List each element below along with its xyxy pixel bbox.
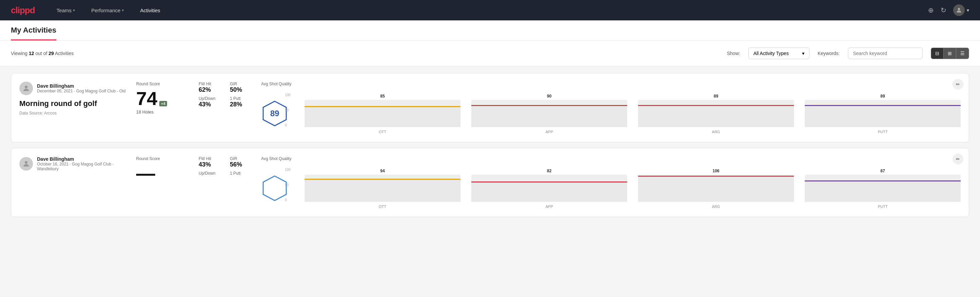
avg-quality-inner: 89 100 50 0 85 — [261, 93, 961, 134]
bar-line — [305, 106, 460, 107]
svg-point-1 — [25, 86, 27, 88]
bar-col-putt: 89 PUTT — [805, 94, 961, 134]
bar-wrapper — [805, 100, 961, 127]
user-date: December 05, 2021 · Gog Magog Golf Club … — [37, 89, 126, 93]
user-details: Dave Billingham December 05, 2021 · Gog … — [37, 83, 126, 93]
bar-col-ott: 85 OTT — [305, 94, 460, 134]
hexagon — [261, 175, 288, 202]
bar-axis-label: APP — [545, 204, 553, 209]
bar-value: 89 — [714, 94, 718, 99]
stats-section: FW Hit 43% GIR 56% Up/Down 1 Putt — [199, 156, 253, 176]
view-list-full-button[interactable]: ☰ — [956, 48, 969, 59]
viewing-prefix: Viewing — [11, 51, 29, 56]
score-number: 74 — [136, 89, 157, 108]
hexagon-container — [261, 175, 288, 202]
score-display: 74 +4 — [136, 89, 191, 108]
bar-wrapper — [638, 100, 794, 127]
stat-item: FW Hit 62% — [199, 81, 222, 93]
bar-wrapper — [471, 175, 627, 202]
user-details: Dave Billingham October 16, 2021 · Gog M… — [37, 156, 128, 171]
stat-item: GIR 56% — [230, 156, 253, 168]
bar-col-app: 82 APP — [471, 169, 627, 209]
bar-value: 94 — [380, 169, 385, 173]
bar-value: 89 — [880, 94, 885, 99]
bar-fill — [638, 105, 794, 127]
edit-button[interactable]: ✏ — [953, 153, 963, 164]
stat-value: 43% — [199, 161, 222, 168]
navbar: clippd Teams ▾ Performance ▾ Activities … — [0, 0, 980, 21]
stat-value: 56% — [230, 161, 253, 168]
bar-wrapper — [471, 100, 627, 127]
nav-teams[interactable]: Teams ▾ — [54, 5, 78, 15]
avg-quality-label: Avg Shot Quality — [261, 81, 961, 86]
nav-activities-label: Activities — [140, 8, 160, 13]
activity-card: Dave Billingham December 05, 2021 · Gog … — [11, 73, 969, 142]
stats-section: FW Hit 62% GIR 50% Up/Down 43% 1 Putt 28… — [199, 81, 253, 108]
nav-activities[interactable]: Activities — [137, 5, 163, 15]
bar-line — [638, 105, 794, 106]
bar-col-putt: 87 PUTT — [805, 169, 961, 209]
avatar — [19, 157, 33, 171]
round-score-label: Round Score — [136, 156, 191, 161]
nav-performance[interactable]: Performance ▾ — [89, 5, 127, 15]
bar-value: 87 — [880, 169, 885, 173]
bar-line — [471, 105, 627, 106]
chevron-down-icon: ▾ — [122, 8, 124, 13]
view-toggle: ⊟ ⊞ ☰ — [931, 48, 969, 59]
round-score-section: Round Score — — [136, 156, 191, 183]
list-full-icon: ☰ — [960, 51, 965, 56]
activity-type-dropdown[interactable]: All Activity Types ▾ — [748, 48, 810, 59]
activity-title: Morning round of golf — [19, 99, 128, 108]
activity-card: Dave Billingham October 16, 2021 · Gog M… — [11, 148, 969, 217]
user-info: Dave Billingham December 05, 2021 · Gog … — [19, 81, 128, 95]
viewing-middle: out of — [34, 51, 49, 56]
bar-line — [638, 176, 794, 177]
svg-point-3 — [25, 161, 27, 164]
bar-col-app: 90 APP — [471, 94, 627, 134]
round-score-section: Round Score 74 +4 18 Holes — [136, 81, 191, 115]
bar-wrapper — [305, 175, 460, 202]
stat-value: 43% — [199, 101, 222, 108]
pencil-icon: ✏ — [956, 81, 960, 87]
bar-fill — [805, 105, 961, 127]
chart-y-labels: 100 50 0 — [285, 168, 291, 202]
edit-button[interactable]: ✏ — [953, 79, 963, 90]
refresh-icon[interactable]: ↻ — [940, 6, 947, 14]
bar-fill — [305, 179, 460, 202]
avg-quality-inner: 100 50 0 94 OTT 82 — [261, 168, 961, 209]
card-left: Dave Billingham December 05, 2021 · Gog … — [19, 81, 128, 115]
activity-type-value: All Activity Types — [754, 51, 789, 56]
avg-quality-label: Avg Shot Quality — [261, 156, 961, 161]
nav-teams-label: Teams — [57, 8, 72, 13]
bar-chart: 85 OTT 90 APP 89 — [305, 93, 961, 134]
grid-icon: ⊞ — [948, 51, 952, 56]
user-name: Dave Billingham — [37, 156, 128, 162]
view-grid-button[interactable]: ⊞ — [943, 48, 956, 59]
bar-line — [471, 182, 627, 182]
bar-value: 106 — [713, 169, 719, 173]
logo[interactable]: clippd — [11, 5, 35, 16]
hexagon: 89 — [261, 100, 288, 127]
stat-item: FW Hit 43% — [199, 156, 222, 168]
chart-y-labels: 100 50 0 — [285, 93, 291, 127]
stat-item: 1 Putt — [230, 171, 253, 176]
stat-label: Up/Down — [199, 96, 222, 101]
avg-quality-section: Avg Shot Quality 100 50 0 — [261, 156, 961, 209]
bar-fill — [471, 105, 627, 127]
bar-axis-label: PUTT — [878, 204, 888, 209]
user-menu[interactable]: ▾ — [953, 5, 969, 16]
avatar — [953, 5, 965, 16]
user-name: Dave Billingham — [37, 83, 126, 89]
list-compact-icon: ⊟ — [935, 51, 939, 56]
search-input[interactable] — [848, 48, 923, 59]
bar-axis-label: APP — [545, 130, 553, 134]
bar-chart: 94 OTT 82 APP 106 — [305, 168, 961, 209]
add-icon[interactable]: ⊕ — [928, 6, 934, 14]
score-display: — — [136, 164, 191, 183]
score-holes: 18 Holes — [136, 109, 191, 115]
stat-item: 1 Putt 28% — [230, 96, 253, 108]
bar-value: 82 — [547, 169, 552, 173]
chevron-down-icon: ▾ — [967, 8, 969, 13]
view-list-compact-button[interactable]: ⊟ — [931, 48, 943, 59]
bar-wrapper — [805, 175, 961, 202]
